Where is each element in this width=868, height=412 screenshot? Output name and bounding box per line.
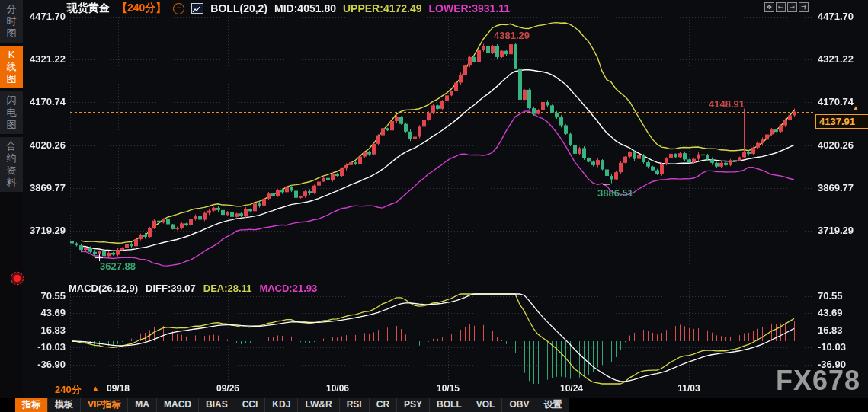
price-axis-left-4: 3869.77 [23,182,66,193]
pan-icon[interactable]: ✥ [764,2,774,12]
sidebar-tab-1[interactable]: 分时图 [0,0,23,43]
sidebar-tab-2[interactable]: K线图 [0,46,23,88]
date-label-5: 11/03 [677,383,700,394]
price-up-arrow-icon: ▲ [852,104,860,112]
macd-axis-left-2: 16.83 [23,324,66,336]
marker-low-3886.51: 3886.51 [597,187,633,199]
boll-mid-value: MID:4051.80 [274,2,336,14]
collapse-icon[interactable]: − [173,3,184,14]
toolbar-item-BIAS[interactable]: BIAS [199,398,235,412]
timeframe-dropdown-icon[interactable]: ▲ [91,384,100,393]
boll-label: BOLL(20,2) [210,2,267,14]
toolbar-item-LW&R[interactable]: LW&R [298,398,339,412]
macd-axis-right-3: -10.03 [818,341,846,353]
price-axis-left-5: 3719.29 [23,225,66,236]
macd-axis-right-1: 43.69 [818,307,843,318]
scale-left-axis-icon[interactable]: ⇤ [776,2,786,12]
price-axis-right-0: 4471.70 [818,11,854,22]
toolbar-item-BOLL[interactable]: BOLL [430,398,469,412]
symbol-name: 现货黄金 [67,2,110,15]
price-axis-left-1: 4321.22 [23,53,66,65]
period-badge[interactable]: 【240分】 [117,2,166,15]
sidebar-tab-3[interactable]: 闪电图 [0,91,23,134]
date-label-1: 09/26 [216,383,239,394]
toolbar-item-CCI[interactable]: CCI [235,398,266,412]
macd-axis-left-3: -10.03 [23,341,66,353]
shift-data-icon[interactable]: ⇉ [799,2,809,12]
macd-dea-value: DEA:28.11 [203,283,252,294]
date-label-4: 10/24 [560,383,583,394]
date-label-2: 10/06 [326,383,349,394]
price-axis-right-3: 4020.26 [818,139,854,151]
price-axis-right-2: 4170.74 [818,96,854,107]
toolbar-item-KDJ[interactable]: KDJ [265,398,298,412]
toolbar-item-MA[interactable]: MA [128,398,157,412]
toolbar-item-OBV[interactable]: OBV [502,398,536,412]
macd-axis-left-4: -36.90 [23,359,66,370]
price-axis-left-0: 4471.70 [23,11,66,22]
macd-title: MACD(26,12,9) [69,283,138,294]
scale-right-axis-icon[interactable]: ⇥ [787,2,797,12]
toolbar-item-设置[interactable]: 设置 [536,398,569,412]
timeframe-label[interactable]: 240分 [55,383,82,397]
macd-header: MACD(26,12,9) DIFF:39.07 DEA:28.11 MACD:… [69,283,317,294]
toolbar-item-CR[interactable]: CR [370,398,397,412]
toolbar-item-指标[interactable]: 指标 [15,398,48,412]
toolbar-item-MACD[interactable]: MACD [157,398,199,412]
macd-axis-right-0: 70.55 [818,290,843,302]
price-axis-right-4: 3869.77 [818,182,854,193]
marker-high-4381.29: 4381.29 [494,30,530,41]
toolbar-item-PSY[interactable]: PSY [397,398,430,412]
marker-high-4148.91: 4148.91 [709,98,745,110]
alert-blink-icon[interactable] [14,275,21,282]
chart-header: 现货黄金 【240分】 − BOLL(20,2) MID:4051.80 UPP… [67,2,510,15]
chart-tools: ✥⇤⇥⇉ [764,2,809,12]
boll-lower-value: LOWER:3931.11 [429,2,511,14]
macd-diff-value: DIFF:39.07 [146,283,196,294]
current-price-box: 4137.91 [815,114,868,129]
mini-chart-icon[interactable] [191,3,203,14]
date-label-0: 09/18 [107,383,130,394]
macd-axis-right-4: -36.90 [818,359,846,370]
trading-app: { "header": { "symbol": "现货黄金", "period"… [0,0,868,412]
boll-upper-value: UPPER:4172.49 [343,2,422,14]
toolbar-item-模板[interactable]: 模板 [48,398,81,412]
toolbar-item-RSI[interactable]: RSI [340,398,370,412]
price-axis-right-1: 4321.22 [818,53,854,65]
macd-axis-left-1: 43.69 [23,307,66,318]
marker-low-3627.88: 3627.88 [100,260,136,272]
price-axis-right-5: 3719.29 [818,225,854,236]
toolbar-item-VIP指标[interactable]: VIP指标 [81,398,128,412]
date-label-3: 10/15 [437,383,460,394]
macd-axis-left-0: 70.55 [23,290,66,302]
sidebar-tab-4[interactable]: 合约资料 [0,137,23,192]
macd-macd-value: MACD:21.93 [259,283,317,294]
macd-axis-right-2: 16.83 [818,324,843,336]
bottom-toolbar: 指标模板VIP指标MAMACDBIASCCIKDJLW&RRSICRPSYBOL… [0,398,868,412]
sidebar: 分时图K线图闪电图合约资料 [0,0,23,412]
price-axis-left-3: 4020.26 [23,139,66,151]
chart-canvas[interactable] [0,0,868,412]
price-axis-left-2: 4170.74 [23,96,66,107]
toolbar-item-VOL[interactable]: VOL [469,398,503,412]
